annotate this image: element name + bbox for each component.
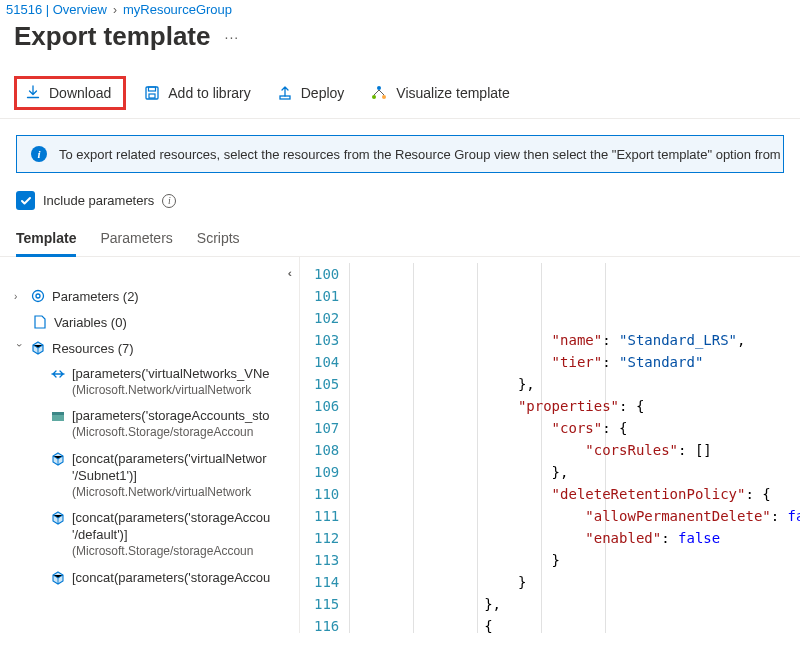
help-icon[interactable]: i [162,194,176,208]
code-line: { [349,615,800,633]
tree-resource-item[interactable]: [concat(parameters('storageAccou [0,565,299,594]
deploy-button[interactable]: Deploy [269,79,353,107]
chevron-right-icon: › [113,3,117,17]
more-button[interactable]: ··· [225,29,240,45]
breadcrumb-item[interactable]: 51516 | Overview [6,2,107,17]
info-icon: i [31,146,47,162]
collapse-panel-icon[interactable]: ‹‹ [288,267,289,279]
code-line: "deleteRetentionPolicy": { [349,483,800,505]
tree-item-label: [concat(parameters('virtualNetwor [72,451,267,468]
line-number-gutter: 1001011021031041051061071081091101111121… [300,263,349,633]
code-line: } [349,549,800,571]
code-line: "properties": { [349,395,800,417]
svg-point-8 [36,294,40,298]
svg-point-4 [377,86,381,90]
tree-resource-item[interactable]: [concat(parameters('storageAccou'/defaul… [0,505,299,564]
tree-node-parameters[interactable]: › Parameters (2) [0,283,299,309]
visualize-icon [370,85,388,101]
tree-item-sub: '/default')] [72,527,270,544]
tree-item-label: [parameters('storageAccounts_sto [72,408,270,425]
include-parameters-checkbox[interactable] [16,191,35,210]
tree-item-sub: (Microsoft.Storage/storageAccoun [72,425,270,441]
cube-icon [50,570,66,589]
code-line: }, [349,593,800,615]
download-icon [25,85,41,101]
include-parameters-label: Include parameters [43,193,154,208]
vnet-icon [50,366,66,385]
tree-label: Variables (0) [54,315,127,330]
tab-scripts[interactable]: Scripts [197,224,240,256]
toolbar: Download Add to library Deploy Visualize… [0,70,800,119]
code-line: "cors": { [349,417,800,439]
code-line: "tier": "Standard" [349,351,800,373]
tree-item-label: [parameters('virtualNetworks_VNe [72,366,270,383]
info-text: To export related resources, select the … [59,147,784,162]
page-title: Export template [14,21,211,52]
tree-item-label: [concat(parameters('storageAccou [72,510,270,527]
tab-parameters[interactable]: Parameters [100,224,172,256]
code-line: }, [349,373,800,395]
svg-rect-0 [146,87,158,99]
tabs: Template Parameters Scripts [0,224,800,257]
visualize-button[interactable]: Visualize template [362,79,517,107]
tree-item-label: [concat(parameters('storageAccou [72,570,270,587]
svg-rect-2 [149,94,155,98]
resource-tree-panel: ‹‹ › Parameters (2) Variables (0) › Reso… [0,257,300,633]
tree-node-resources[interactable]: › Resources (7) [0,335,299,361]
svg-point-7 [33,291,44,302]
code-line: }, [349,461,800,483]
svg-rect-10 [52,412,64,415]
tree-item-sub: '/Subnet1')] [72,468,267,485]
cube-icon [50,510,66,529]
download-button[interactable]: Download [14,76,126,110]
breadcrumb: 51516 | Overview › myResourceGroup [0,0,800,17]
tree-resource-item[interactable]: [concat(parameters('virtualNetwor'/Subne… [0,446,299,505]
add-to-library-label: Add to library [168,85,250,101]
svg-point-6 [382,95,386,99]
svg-point-5 [372,95,376,99]
info-banner: i To export related resources, select th… [16,135,784,173]
visualize-label: Visualize template [396,85,509,101]
tree-resource-item[interactable]: [parameters('virtualNetworks_VNe(Microso… [0,361,299,403]
cube-icon [30,340,46,356]
tree-item-sub: (Microsoft.Network/virtualNetwork [72,383,270,399]
deploy-icon [277,85,293,101]
svg-rect-1 [149,87,156,91]
gear-icon [30,288,46,304]
code-line: "enabled": false [349,527,800,549]
code-line: "corsRules": [] [349,439,800,461]
tree-resource-item[interactable]: [parameters('storageAccounts_sto(Microso… [0,403,299,445]
breadcrumb-item[interactable]: myResourceGroup [123,2,232,17]
code-content: "name": "Standard_LRS", "tier": "Standar… [349,263,800,633]
file-icon [32,314,48,330]
chevron-down-icon: › [14,343,25,353]
add-to-library-button[interactable]: Add to library [136,79,258,107]
save-icon [144,85,160,101]
chevron-right-icon: › [14,291,24,302]
download-label: Download [49,85,111,101]
code-line: } [349,571,800,593]
tree-item-sub: (Microsoft.Storage/storageAccoun [72,544,270,560]
svg-rect-3 [280,96,290,99]
code-line: "name": "Standard_LRS", [349,329,800,351]
storage-icon [50,408,66,427]
code-line: "allowPermanentDelete": false, [349,505,800,527]
tree-node-variables[interactable]: Variables (0) [0,309,299,335]
deploy-label: Deploy [301,85,345,101]
check-icon [20,195,32,207]
tree-label: Parameters (2) [52,289,139,304]
tree-item-sub: (Microsoft.Network/virtualNetwork [72,485,267,501]
cube-icon [50,451,66,470]
code-editor[interactable]: 1001011021031041051061071081091101111121… [300,257,800,633]
tree-label: Resources (7) [52,341,134,356]
tab-template[interactable]: Template [16,224,76,257]
